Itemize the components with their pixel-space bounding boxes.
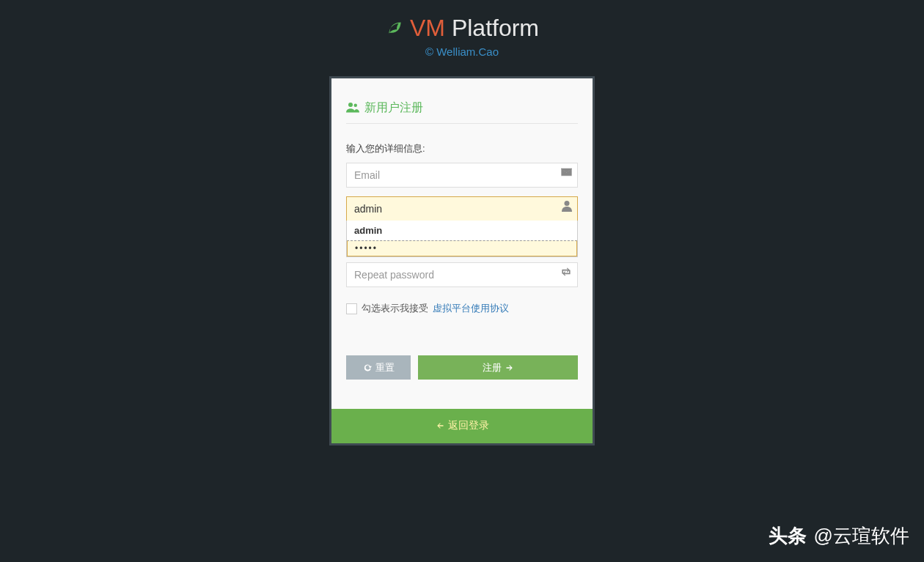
- watermark-brand: 头条: [769, 523, 807, 549]
- back-label: 返回登录: [448, 419, 489, 432]
- subtitle: © Welliam.Cao: [0, 45, 924, 58]
- username-wrapper: admin •••••: [346, 196, 578, 221]
- users-icon: [346, 101, 359, 116]
- email-field[interactable]: [346, 163, 578, 188]
- watermark: 头条 @云瑄软件: [769, 523, 909, 549]
- svg-point-1: [354, 103, 358, 107]
- register-button[interactable]: 注册: [418, 355, 578, 380]
- email-wrapper: [346, 163, 578, 188]
- agree-link[interactable]: 虚拟平台使用协议: [433, 302, 509, 315]
- page-title: VM Platform: [0, 15, 924, 42]
- back-link[interactable]: 返回登录: [436, 419, 489, 432]
- back-bar: 返回登录: [331, 409, 593, 443]
- svg-point-2: [565, 201, 570, 206]
- arrow-left-icon: [436, 421, 444, 430]
- user-icon: [562, 200, 572, 214]
- agree-text: 勾选表示我接受: [362, 302, 428, 315]
- section-title-text: 新用户注册: [364, 100, 423, 116]
- username-field[interactable]: [346, 196, 578, 221]
- svg-point-0: [348, 103, 353, 107]
- agree-checkbox[interactable]: [346, 303, 357, 314]
- register-label: 注册: [483, 361, 502, 374]
- leaf-icon: [385, 15, 404, 42]
- page-header: VM Platform © Welliam.Cao: [0, 0, 924, 58]
- title-platform: Platform: [452, 15, 539, 41]
- register-box: 新用户注册 输入您的详细信息: admin •••••: [329, 76, 595, 445]
- refresh-icon: [363, 363, 372, 372]
- button-row: 重置 注册: [346, 355, 578, 380]
- title-vm: VM: [410, 15, 445, 41]
- detail-label: 输入您的详细信息:: [346, 142, 578, 155]
- autocomplete-item[interactable]: admin: [347, 221, 577, 240]
- retweet-icon: [560, 266, 572, 278]
- password-peek: •••••: [347, 240, 577, 256]
- watermark-author: @云瑄软件: [814, 523, 909, 549]
- agree-row: 勾选表示我接受 虚拟平台使用协议: [346, 302, 578, 315]
- repeat-password-wrapper: [346, 262, 578, 287]
- arrow-right-icon: [505, 363, 514, 372]
- reset-button[interactable]: 重置: [346, 355, 411, 380]
- repeat-password-field[interactable]: [346, 262, 578, 287]
- envelope-icon: [561, 166, 572, 179]
- reset-label: 重置: [375, 361, 395, 374]
- section-title: 新用户注册: [346, 100, 578, 124]
- autocomplete-dropdown: admin •••••: [346, 221, 578, 257]
